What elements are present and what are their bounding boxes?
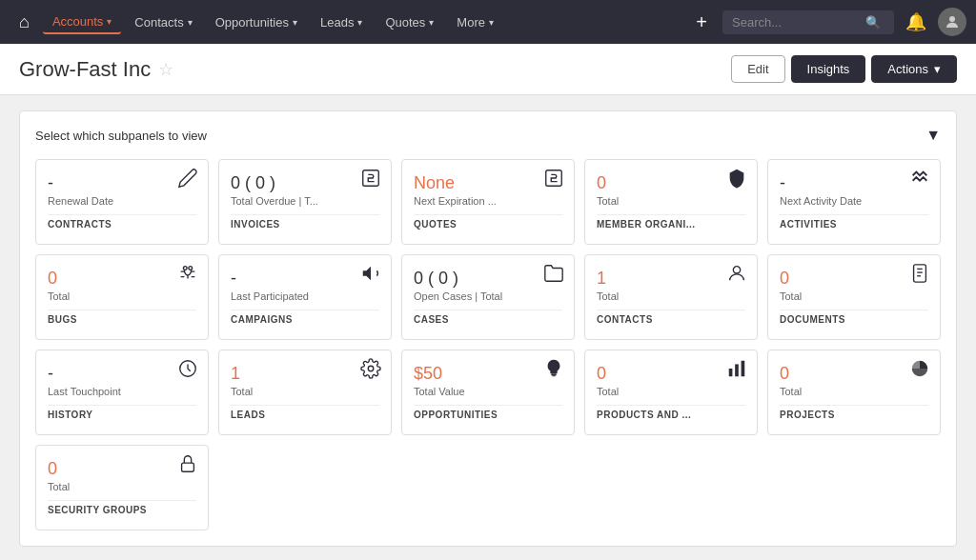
- card-label: Total: [597, 386, 745, 397]
- card-category: PRODUCTS AND ...: [597, 410, 745, 420]
- nav-leads[interactable]: Leads ▾: [311, 11, 372, 33]
- search-input[interactable]: [732, 15, 865, 30]
- card-value: 0: [597, 364, 745, 384]
- favorite-icon[interactable]: ☆: [158, 59, 173, 80]
- card-label: Total: [597, 290, 745, 302]
- card-value: 1: [597, 269, 745, 289]
- card-label: Next Expiration ...: [414, 195, 562, 207]
- card-projects[interactable]: 0 Total PROJECTS: [767, 350, 941, 435]
- card-campaigns[interactable]: - Last Participated CAMPAIGNS: [218, 254, 392, 340]
- card-category: OPPORTUNITIES: [414, 410, 562, 420]
- card-label: Total: [597, 195, 745, 207]
- edit-button[interactable]: Edit: [731, 55, 784, 83]
- card-category: SECURITY GROUPS: [48, 505, 196, 515]
- card-icon: [360, 263, 381, 289]
- card-icon: [360, 168, 381, 193]
- actions-button[interactable]: Actions ▾: [871, 55, 957, 83]
- card-label: Open Cases | Total: [414, 290, 562, 302]
- card-contacts[interactable]: 1 Total CONTACTS: [584, 254, 758, 340]
- svg-rect-12: [551, 374, 557, 376]
- card-icon: [177, 263, 198, 289]
- card-category: HISTORY: [48, 410, 196, 420]
- card-icon: [909, 358, 930, 384]
- card-bugs[interactable]: 0 Total BUGS: [35, 254, 209, 340]
- card-activities[interactable]: - Next Activity Date ACTIVITIES: [767, 159, 941, 245]
- nav-quotes[interactable]: Quotes ▾: [376, 11, 443, 33]
- bell-icon[interactable]: 🔔: [902, 8, 930, 36]
- navbar: ⌂ Accounts ▾ Contacts ▾ Opportunities ▾ …: [0, 0, 976, 44]
- nav-opportunities[interactable]: Opportunities ▾: [206, 11, 307, 33]
- svg-point-4: [189, 267, 193, 270]
- card-label: Last Touchpoint: [48, 386, 196, 397]
- card-value: -: [48, 364, 196, 384]
- card-products-and----[interactable]: 0 Total PRODUCTS AND ...: [584, 350, 758, 435]
- card-icon: [177, 168, 198, 193]
- svg-rect-17: [182, 463, 194, 471]
- card-history[interactable]: - Last Touchpoint HISTORY: [35, 350, 209, 435]
- contacts-chevron-icon: ▾: [188, 17, 193, 28]
- card-leads[interactable]: 1 Total LEADS: [218, 350, 392, 435]
- card-label: Total: [780, 386, 928, 397]
- svg-rect-6: [914, 265, 926, 282]
- card-value: 0: [48, 269, 196, 289]
- more-chevron-icon: ▾: [489, 17, 494, 28]
- nav-more[interactable]: More ▾: [447, 11, 503, 33]
- page-title: Grow-Fast Inc: [19, 57, 151, 82]
- card-icon: [909, 168, 930, 193]
- subpanel-container: Select which subpanels to view ▼ - Renew…: [19, 110, 957, 547]
- card-icon: [726, 263, 747, 289]
- insights-button[interactable]: Insights: [791, 55, 866, 83]
- svg-point-5: [733, 267, 740, 273]
- svg-point-11: [368, 366, 374, 371]
- search-icon: 🔍: [865, 15, 881, 30]
- card-value: None: [414, 173, 562, 193]
- card-icon: [909, 263, 930, 289]
- navbar-actions: + 🔍 🔔: [688, 8, 966, 37]
- card-category: MEMBER ORGANI...: [597, 219, 745, 230]
- card-label: Total Value: [414, 386, 562, 397]
- add-button[interactable]: +: [688, 8, 715, 37]
- card-value: -: [231, 269, 379, 289]
- card-label: Renewal Date: [48, 195, 196, 207]
- card-contracts[interactable]: - Renewal Date CONTRACTS: [35, 159, 209, 245]
- card-label: Total: [780, 290, 928, 302]
- main-content: Select which subpanels to view ▼ - Renew…: [0, 95, 976, 560]
- card-value: 0: [597, 173, 745, 193]
- card-opportunities[interactable]: $50 Total Value OPPORTUNITIES: [401, 350, 575, 435]
- card-label: Total Overdue | T...: [231, 195, 379, 207]
- card-label: Total: [48, 481, 196, 492]
- card-category: CONTRACTS: [48, 219, 196, 230]
- card-documents[interactable]: 0 Total DOCUMENTS: [767, 254, 941, 340]
- page-title-container: Grow-Fast Inc ☆: [19, 57, 173, 82]
- card-icon: [726, 358, 747, 384]
- home-button[interactable]: ⌂: [10, 7, 39, 38]
- svg-rect-14: [729, 369, 733, 376]
- nav-contacts[interactable]: Contacts ▾: [125, 11, 201, 33]
- nav-accounts[interactable]: Accounts ▾: [43, 10, 121, 34]
- card-label: Total: [231, 386, 379, 397]
- subpanel-chevron-icon[interactable]: ▼: [925, 127, 941, 144]
- card-icon: [543, 358, 564, 384]
- card-value: 0: [780, 269, 928, 289]
- header-buttons: Edit Insights Actions ▾: [731, 55, 957, 83]
- card-quotes[interactable]: None Next Expiration ... QUOTES: [401, 159, 575, 245]
- svg-point-0: [949, 16, 955, 22]
- card-category: DOCUMENTS: [780, 314, 928, 325]
- card-icon: [726, 168, 747, 193]
- card-member-organi---[interactable]: 0 Total MEMBER ORGANI...: [584, 159, 758, 245]
- card-security-groups[interactable]: 0 Total SECURITY GROUPS: [35, 445, 209, 530]
- card-cases[interactable]: 0 ( 0 ) Open Cases | Total CASES: [401, 254, 575, 340]
- accounts-chevron-icon: ▾: [107, 16, 112, 27]
- card-value: -: [48, 173, 196, 193]
- card-label: Total: [48, 290, 196, 302]
- svg-rect-16: [742, 361, 745, 377]
- card-value: 0: [48, 459, 196, 479]
- card-icon: [360, 358, 381, 384]
- card-invoices[interactable]: 0 ( 0 ) Total Overdue | T... INVOICES: [218, 159, 392, 245]
- card-category: BUGS: [48, 314, 196, 325]
- svg-rect-13: [552, 375, 556, 376]
- card-label: Next Activity Date: [780, 195, 928, 207]
- avatar[interactable]: [938, 8, 966, 36]
- card-category: CAMPAIGNS: [231, 314, 379, 325]
- cards-grid: - Renewal Date CONTRACTS 0 ( 0 ) Total O…: [35, 159, 941, 530]
